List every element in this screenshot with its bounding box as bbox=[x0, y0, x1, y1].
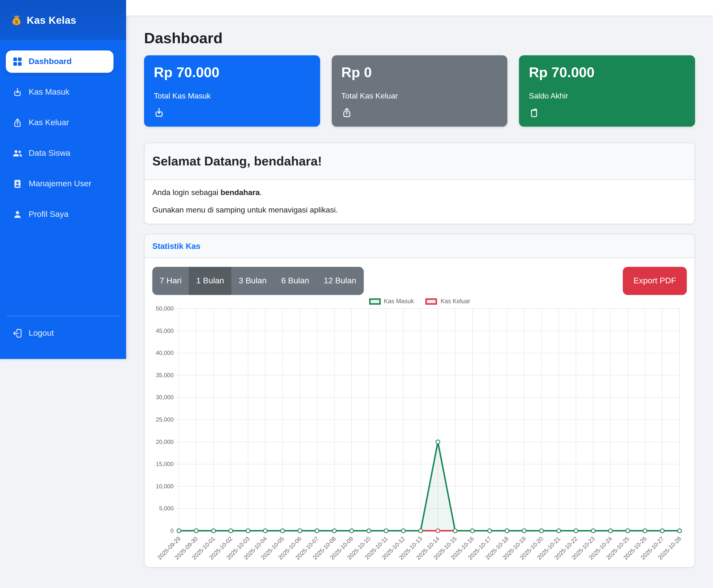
welcome-card: Selamat Datang, bendahara! Anda login se… bbox=[144, 143, 695, 224]
stat-label: Total Kas Keluar bbox=[341, 91, 498, 101]
sidebar-item-kas-masuk[interactable]: Kas Masuk bbox=[6, 81, 113, 103]
svg-text:25,000: 25,000 bbox=[156, 416, 174, 423]
sidebar-item-label: Profil Saya bbox=[29, 210, 68, 219]
svg-text:15,000: 15,000 bbox=[156, 461, 174, 467]
range-button-3-bulan[interactable]: 3 Bulan bbox=[231, 267, 274, 295]
content: Dashboard Rp 70.000Total Kas MasukRp 0To… bbox=[126, 29, 713, 568]
statistik-card-header: Statistik Kas bbox=[145, 234, 695, 258]
box-arrow-in-down-icon bbox=[154, 107, 165, 118]
legend-item-kas-masuk[interactable]: Kas Masuk bbox=[369, 298, 414, 305]
person-badge-icon bbox=[13, 179, 22, 189]
money-bag-icon: $ bbox=[11, 14, 22, 26]
sidebar-item-label: Kas Keluar bbox=[29, 118, 69, 128]
wallet-icon bbox=[529, 107, 540, 118]
sidebar-header: $ Kas Kelas bbox=[0, 0, 126, 41]
statistik-title: Statistik Kas bbox=[152, 240, 687, 251]
sidebar-nav: DashboardKas MasukKas KeluarData SiswaMa… bbox=[0, 41, 126, 234]
svg-text:10,000: 10,000 bbox=[156, 483, 174, 489]
svg-text:20,000: 20,000 bbox=[156, 439, 174, 445]
svg-text:30,000: 30,000 bbox=[156, 394, 174, 400]
range-button-7-hari[interactable]: 7 Hari bbox=[152, 267, 189, 295]
sidebar: $ Kas Kelas DashboardKas MasukKas Keluar… bbox=[0, 0, 126, 359]
stat-value: Rp 70.000 bbox=[154, 64, 310, 82]
sidebar-item-label: Logout bbox=[29, 329, 54, 338]
range-button-group: 7 Hari1 Bulan3 Bulan6 Bulan12 Bulan bbox=[152, 267, 364, 295]
stat-value: Rp 0 bbox=[341, 64, 498, 82]
box-arrow-left-icon bbox=[13, 329, 22, 338]
sidebar-item-manajemen-user[interactable]: Manajemen User bbox=[6, 173, 113, 195]
page-title: Dashboard bbox=[144, 29, 695, 47]
welcome-title: Selamat Datang, bendahara! bbox=[152, 153, 687, 170]
range-button-6-bulan[interactable]: 6 Bulan bbox=[274, 267, 316, 295]
export-pdf-button[interactable]: Export PDF bbox=[623, 267, 687, 295]
stat-label: Total Kas Masuk bbox=[154, 91, 310, 101]
grid-icon bbox=[13, 57, 22, 66]
stat-cards-row: Rp 70.000Total Kas MasukRp 0Total Kas Ke… bbox=[144, 55, 695, 127]
sidebar-item-label: Data Siswa bbox=[29, 148, 70, 158]
svg-text:5,000: 5,000 bbox=[159, 505, 174, 511]
legend-label: Kas Masuk bbox=[384, 298, 414, 305]
box-arrow-up-icon bbox=[13, 118, 22, 128]
stat-card-saldo-akhir: Rp 70.000Saldo Akhir bbox=[519, 55, 695, 127]
svg-text:50,000: 50,000 bbox=[156, 306, 174, 312]
legend-item-kas-keluar[interactable]: Kas Keluar bbox=[426, 298, 470, 305]
app-title: Kas Kelas bbox=[27, 14, 76, 26]
kas-kelas-app: $ Kas Kelas DashboardKas MasukKas Keluar… bbox=[0, 0, 713, 588]
person-icon bbox=[13, 210, 22, 219]
sidebar-item-kas-keluar[interactable]: Kas Keluar bbox=[6, 111, 113, 134]
stat-label: Saldo Akhir bbox=[529, 91, 685, 101]
sidebar-item-label: Manajemen User bbox=[29, 179, 91, 189]
people-icon bbox=[13, 148, 22, 158]
welcome-line2: Gunakan menu di samping untuk menavigasi… bbox=[152, 205, 687, 215]
sidebar-divider bbox=[7, 316, 119, 316]
sidebar-item-label: Kas Masuk bbox=[29, 87, 69, 97]
stat-card-total-kas-masuk: Rp 70.000Total Kas Masuk bbox=[144, 55, 320, 127]
welcome-body: Anda login sebagai bendahara. Gunakan me… bbox=[145, 180, 695, 224]
legend-swatch bbox=[369, 298, 381, 304]
stat-card-total-kas-keluar: Rp 0Total Kas Keluar bbox=[331, 55, 507, 127]
range-button-12-bulan[interactable]: 12 Bulan bbox=[317, 267, 364, 295]
welcome-card-header: Selamat Datang, bendahara! bbox=[145, 143, 695, 180]
chart-controls-row: 7 Hari1 Bulan3 Bulan6 Bulan12 Bulan Expo… bbox=[152, 267, 687, 295]
sidebar-item-dashboard[interactable]: Dashboard bbox=[6, 50, 113, 73]
kas-line-chart[interactable]: 05,00010,00015,00020,00025,00030,00035,0… bbox=[152, 306, 688, 563]
svg-text:0: 0 bbox=[171, 527, 174, 534]
statistik-card: Statistik Kas 7 Hari1 Bulan3 Bulan6 Bula… bbox=[144, 234, 695, 568]
logout-wrap: Logout bbox=[0, 322, 126, 359]
range-button-1-bulan[interactable]: 1 Bulan bbox=[189, 267, 231, 295]
sidebar-spacer bbox=[0, 234, 126, 316]
svg-text:40,000: 40,000 bbox=[156, 350, 174, 356]
sidebar-item-profil-saya[interactable]: Profil Saya bbox=[6, 203, 113, 226]
topbar bbox=[126, 0, 713, 16]
svg-text:45,000: 45,000 bbox=[156, 328, 174, 334]
chart-legend: Kas MasukKas Keluar bbox=[152, 297, 687, 305]
box-arrow-in-down-icon bbox=[13, 87, 22, 97]
legend-label: Kas Keluar bbox=[441, 298, 470, 305]
sidebar-item-data-siswa[interactable]: Data Siswa bbox=[6, 142, 113, 165]
svg-text:$: $ bbox=[15, 19, 18, 24]
box-arrow-up-icon bbox=[341, 107, 352, 118]
sidebar-item-logout[interactable]: Logout bbox=[6, 322, 113, 344]
main-area: Dashboard Rp 70.000Total Kas MasukRp 0To… bbox=[126, 0, 713, 588]
svg-text:35,000: 35,000 bbox=[156, 372, 174, 378]
stat-value: Rp 70.000 bbox=[529, 64, 685, 82]
welcome-role: bendahara bbox=[220, 188, 260, 196]
sidebar-item-label: Dashboard bbox=[29, 57, 72, 66]
statistik-card-body: 7 Hari1 Bulan3 Bulan6 Bulan12 Bulan Expo… bbox=[145, 258, 695, 567]
legend-swatch bbox=[426, 298, 437, 304]
welcome-line1: Anda login sebagai bendahara. bbox=[152, 188, 687, 197]
